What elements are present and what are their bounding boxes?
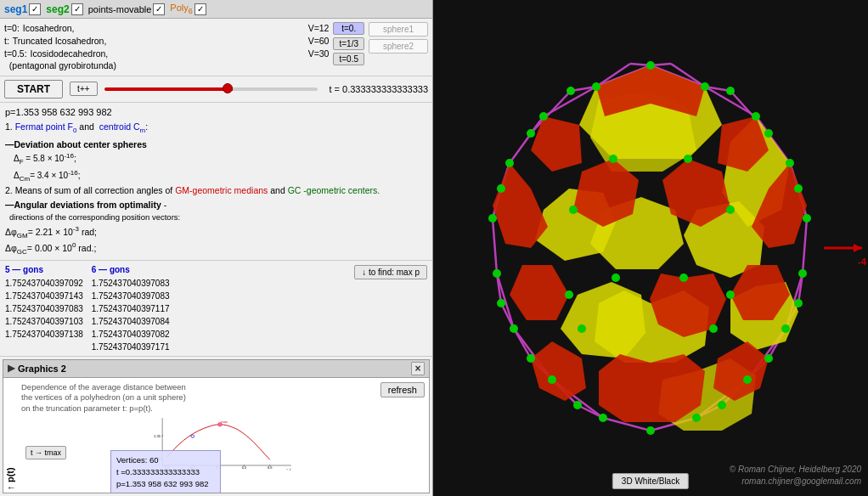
col5-val-1: 1.752437040397143	[5, 290, 83, 302]
svg-point-94	[786, 159, 794, 167]
seg2-label: seg2	[46, 3, 69, 15]
col6-val-2: 1.752437040397117	[92, 302, 170, 315]
graphics2-close-button[interactable]: ×	[411, 362, 425, 375]
t13-button[interactable]: t=1/3	[333, 37, 364, 50]
angular-sub: directions of the corresponding position…	[9, 211, 427, 223]
svg-point-96	[803, 214, 811, 223]
tpp-button[interactable]: t++	[70, 82, 97, 96]
delta-phi-gc: ΔφGC= 0.00 × 100 rad.;	[5, 240, 427, 257]
polyhedron-svg: -4	[433, 0, 868, 496]
fermat-link[interactable]: Fermat point F0	[15, 121, 77, 132]
find-max-button[interactable]: ↓ to find: max p	[354, 265, 427, 279]
svg-point-89	[646, 61, 655, 70]
col5-val-0: 1.752437040397092	[5, 277, 83, 290]
svg-point-115	[764, 354, 773, 363]
t-buttons-group: t=0. t=1/3 t=0.5	[333, 22, 364, 65]
svg-point-93	[539, 112, 548, 121]
svg-point-104	[692, 414, 701, 422]
svg-point-125	[726, 290, 735, 299]
svg-point-121	[726, 206, 735, 214]
svg-marker-88	[599, 354, 705, 422]
3d-white-black-button[interactable]: 3D White/Black	[612, 473, 689, 489]
chart-description: Dependence of the average distance betwe…	[21, 382, 191, 414]
svg-text:max: max	[221, 420, 228, 424]
sphere1-button[interactable]: sphere1	[369, 22, 428, 37]
delta-f-line: ΔF = 5.8 × 10-16;	[14, 151, 427, 167]
svg-point-109	[764, 129, 773, 138]
svg-point-98	[798, 269, 807, 278]
t05-button[interactable]: t=0.5	[333, 53, 364, 65]
svg-point-90	[701, 82, 709, 91]
svg-point-128	[578, 324, 586, 333]
copyright-line1: © Roman Chijner, Heidelberg 2020	[730, 464, 861, 476]
svg-text:→ t: → t	[285, 467, 291, 471]
col6: 6 — gons 1.752437040397083 1.75243704039…	[92, 263, 170, 353]
svg-point-95	[505, 159, 514, 167]
svg-point-120	[609, 155, 617, 163]
poly-name-0: Icosahedron,	[23, 22, 305, 35]
polyhedra-list: t=0: Icosahedron, V=12 t: Truncated Icos…	[4, 22, 329, 72]
control-row: t=0: Icosahedron, V=12 t: Truncated Icos…	[0, 19, 432, 76]
svg-point-112	[497, 184, 505, 193]
t-slider-thumb[interactable]	[223, 83, 233, 93]
tooltip-p: p=1.353 958 632 993 982	[116, 478, 215, 490]
svg-point-117	[718, 401, 726, 409]
col5-val-4: 1.752437040397138	[5, 328, 83, 341]
copyright-line2: roman.chijner@googlemail.com	[730, 476, 861, 488]
points-checkbox[interactable]: ✓	[153, 3, 165, 15]
graphics2-body: ↑ p(t) Dependence of the average distanc…	[3, 378, 429, 492]
poly-checkbox[interactable]: ✓	[194, 3, 206, 15]
points-tab[interactable]: points-movable ✓	[88, 3, 166, 15]
graphics2-titlebar: ▶ Graphics 2 ×	[3, 360, 429, 378]
svg-point-107	[726, 87, 735, 95]
start-button[interactable]: START	[4, 80, 63, 99]
refresh-button[interactable]: refresh	[380, 382, 425, 397]
t0-button[interactable]: t=0.	[333, 22, 364, 35]
seg1-tab[interactable]: seg1 ✓	[4, 3, 41, 15]
p-value-display: p=1.353 958 632 993 982	[5, 105, 427, 120]
svg-text:0.5: 0.5	[242, 465, 247, 470]
svg-point-97	[488, 214, 497, 223]
poly-v-0: V=12	[308, 22, 330, 35]
col5-header: 5 — gons	[5, 263, 83, 276]
poly-name-1: Truncated Icosahedron,	[13, 35, 305, 48]
t-slider-track[interactable]	[104, 87, 318, 91]
delta-phi-gm: ΔφGM= 2.21 × 10-3 rad;	[5, 224, 427, 241]
svg-point-99	[493, 269, 501, 278]
seg2-tab[interactable]: seg2 ✓	[46, 3, 82, 15]
seg1-checkbox[interactable]: ✓	[29, 3, 41, 15]
means-line: 2. Means of sum of all correction angles…	[5, 184, 427, 198]
data-table-row: 5 — gons 1.752437040397092 1.75243704039…	[5, 263, 346, 353]
centroid-link[interactable]: centroid Cm	[99, 121, 146, 132]
seg1-label: seg1	[4, 3, 27, 15]
right-panel: -4 © Roman Chijner, Heidelberg 2020 roma…	[433, 0, 868, 496]
svg-point-126	[565, 290, 573, 299]
poly-t-1: t:	[4, 35, 9, 48]
col6-val-4: 1.752437040397082	[92, 328, 170, 341]
col6-val-0: 1.752437040397083	[92, 277, 170, 290]
col5: 5 — gons 1.752437040397092 1.75243704039…	[5, 263, 83, 353]
sphere2-button[interactable]: sphere2	[369, 39, 428, 54]
poly-row-0: t=0: Icosahedron, V=12	[4, 22, 329, 35]
svg-point-108	[566, 87, 575, 95]
poly-tab[interactable]: Poly6 ✓	[170, 3, 206, 15]
svg-point-105	[599, 414, 607, 422]
poly-label: Poly6	[170, 3, 192, 15]
graphics2-panel: ▶ Graphics 2 × ↑ p(t) Dependence of the …	[3, 359, 430, 493]
start-row: START t++ t = 0.333333333333333	[0, 76, 432, 103]
svg-point-114	[497, 299, 505, 307]
poly-name-2: Icosidodecahedron,	[31, 48, 305, 60]
chart-area: Dependence of the average distance betwe…	[17, 378, 429, 492]
poly-name-3: (pentagonal gyrobirotunda)	[4, 59, 329, 72]
t-to-tmax-button[interactable]: t → tmax	[25, 446, 66, 459]
svg-point-102	[743, 375, 752, 384]
y-axis-label: ↑ p(t)	[3, 378, 17, 492]
deviation-title: —Deviation about center spheres	[5, 138, 427, 152]
svg-point-118	[573, 401, 582, 409]
svg-point-17	[191, 435, 194, 438]
seg2-checkbox[interactable]: ✓	[71, 3, 83, 15]
poly-v-2: V=30	[308, 48, 330, 60]
poly-sub: 6	[189, 7, 193, 15]
col6-val-5: 1.752437040397171	[92, 341, 170, 353]
tooltip-t: t =0.333333333333333	[116, 466, 215, 478]
